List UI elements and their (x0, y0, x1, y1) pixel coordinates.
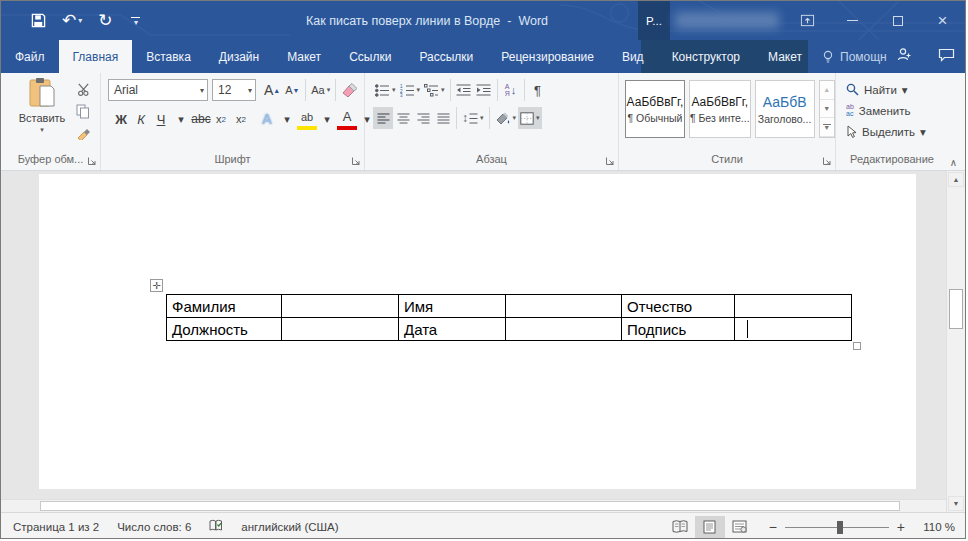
style-normal[interactable]: АаБбВвГг, ¶ Обычный (625, 80, 685, 138)
styles-scroll-up-icon[interactable]: ▲ (820, 81, 834, 100)
styles-scroll-down-icon[interactable]: ▼ (820, 100, 834, 119)
tab-table-design[interactable]: Конструктор (658, 40, 754, 73)
vertical-scroll-thumb[interactable] (949, 289, 963, 329)
font-color-button[interactable]: А (337, 108, 357, 130)
tab-file[interactable]: Файл (1, 40, 59, 73)
line-spacing-button[interactable]: ↕ ▾ (460, 107, 486, 129)
collapse-ribbon-icon[interactable]: ∧ (950, 157, 957, 168)
tab-home[interactable]: Главная (59, 40, 133, 73)
table-cell[interactable] (735, 295, 852, 318)
undo-caret-icon[interactable]: ▾ (78, 16, 82, 25)
print-layout-button[interactable] (695, 516, 725, 538)
language-indicator[interactable]: английский (США) (241, 521, 338, 533)
tab-review[interactable]: Рецензирование (487, 40, 608, 73)
zoom-out-button[interactable]: − (769, 519, 777, 535)
superscript-button[interactable]: x2 (231, 108, 251, 130)
tab-design[interactable]: Дизайн (205, 40, 273, 73)
table-cell[interactable]: Фамилия (167, 295, 282, 318)
table-cell[interactable]: Дата (399, 318, 506, 341)
scroll-down-icon[interactable]: ▼ (948, 496, 964, 511)
increase-indent-button[interactable] (474, 79, 494, 101)
zoom-slider-thumb[interactable] (837, 521, 843, 534)
numbering-button[interactable]: 123 ▾ (398, 79, 423, 101)
underline-caret-icon[interactable]: ▾ (171, 108, 191, 130)
style-heading[interactable]: АаБбВ Заголово... (755, 80, 815, 138)
table-cell[interactable] (506, 295, 622, 318)
font-name-combo[interactable]: Arial▾ (108, 79, 208, 101)
highlight-color-button[interactable]: ab (297, 108, 317, 130)
document-page[interactable]: ✛ Фамилия Имя Отчество Должность Дата По… (39, 174, 916, 489)
clear-formatting-button[interactable] (339, 79, 359, 101)
horizontal-scroll-thumb[interactable] (40, 501, 900, 511)
tab-insert[interactable]: Вставка (132, 40, 205, 73)
zoom-slider[interactable] (785, 520, 889, 534)
shrink-font-button[interactable]: А▼ (282, 79, 302, 101)
tell-me-help[interactable]: Помощн (822, 40, 887, 73)
comments-icon[interactable] (938, 48, 955, 66)
underline-button[interactable]: Ч (151, 108, 171, 130)
show-formatting-button[interactable]: ¶ (528, 79, 548, 101)
web-layout-button[interactable] (725, 516, 755, 538)
italic-button[interactable]: К (131, 108, 151, 130)
vertical-scrollbar[interactable]: ▲ ▼ (946, 171, 965, 512)
text-effects-button[interactable]: А (257, 108, 277, 130)
redo-button[interactable]: ↻ (98, 10, 112, 31)
font-dialog-launcher[interactable] (351, 156, 361, 166)
bold-button[interactable]: Ж (111, 108, 131, 130)
table-cell[interactable]: Должность (167, 318, 282, 341)
styles-dialog-launcher[interactable] (822, 156, 832, 166)
page-indicator[interactable]: Страница 1 из 2 (13, 521, 99, 533)
decrease-indent-button[interactable] (454, 79, 474, 101)
paste-button[interactable]: Вставить ▾ (13, 77, 71, 134)
maximize-button[interactable] (875, 1, 920, 40)
table-cell[interactable]: Подпись (622, 318, 735, 341)
proofing-icon[interactable] (209, 519, 223, 534)
document-table[interactable]: Фамилия Имя Отчество Должность Дата Подп… (166, 294, 852, 341)
undo-button[interactable]: ↶▾ (62, 10, 82, 31)
word-count[interactable]: Число слов: 6 (117, 521, 191, 533)
tab-view[interactable]: Вид (608, 40, 658, 73)
font-size-combo[interactable]: 12▾ (212, 79, 256, 101)
paste-caret-icon[interactable]: ▾ (40, 126, 44, 134)
share-icon[interactable] (896, 47, 912, 66)
style-no-spacing[interactable]: АаБбВвГг, ¶ Без инте... (689, 80, 751, 138)
replace-button[interactable]: ab ac Заменить (836, 100, 948, 121)
zoom-in-button[interactable]: + (897, 519, 905, 535)
multilevel-list-button[interactable]: ▾ (422, 79, 447, 101)
bullets-button[interactable]: ▾ (373, 79, 398, 101)
paragraph-dialog-launcher[interactable] (605, 156, 615, 166)
highlight-caret-icon[interactable]: ▾ (317, 108, 337, 130)
tab-layout[interactable]: Макет (273, 40, 335, 73)
horizontal-scrollbar[interactable] (1, 499, 946, 512)
table-move-handle[interactable]: ✛ (150, 279, 163, 292)
strikethrough-button[interactable]: abc (191, 108, 211, 130)
table-cell[interactable] (282, 318, 399, 341)
tab-mailings[interactable]: Рассылки (405, 40, 487, 73)
tab-references[interactable]: Ссылки (335, 40, 405, 73)
clipboard-dialog-launcher[interactable] (87, 156, 97, 166)
scroll-up-icon[interactable]: ▲ (948, 172, 964, 187)
table-cell[interactable] (735, 318, 852, 341)
borders-button[interactable]: ▾ (518, 107, 542, 129)
format-painter-button[interactable] (73, 123, 93, 143)
text-effects-caret-icon[interactable]: ▾ (277, 108, 297, 130)
table-resize-handle[interactable] (853, 342, 861, 350)
justify-button[interactable] (433, 107, 453, 129)
cut-button[interactable] (73, 79, 93, 99)
minimize-button[interactable] (830, 1, 875, 40)
user-account-badge[interactable]: P... (638, 1, 670, 40)
save-icon[interactable] (31, 13, 46, 28)
subscript-button[interactable]: x2 (211, 108, 231, 130)
customize-qat-button[interactable]: ▾ (131, 17, 140, 25)
read-mode-button[interactable] (665, 516, 695, 538)
align-center-button[interactable] (393, 107, 413, 129)
table-cell[interactable]: Имя (399, 295, 506, 318)
find-button[interactable]: Найти ▾ (836, 79, 948, 100)
ribbon-display-options-button[interactable] (785, 1, 830, 40)
grow-font-button[interactable]: А▲ (262, 79, 282, 101)
copy-button[interactable] (73, 101, 93, 121)
close-button[interactable]: × (920, 1, 965, 40)
select-button[interactable]: Выделить ▾ (836, 121, 948, 142)
table-cell[interactable] (506, 318, 622, 341)
zoom-level[interactable]: 110 % (917, 521, 955, 533)
